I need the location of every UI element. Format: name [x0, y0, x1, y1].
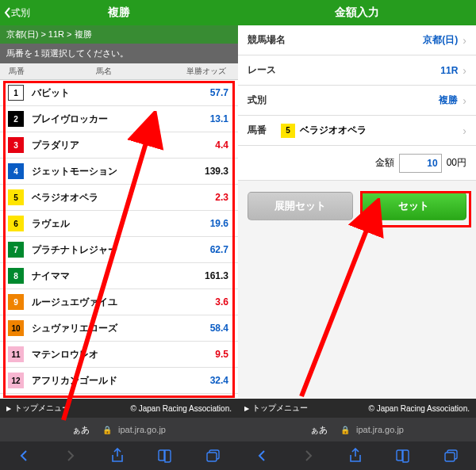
horse-label: 馬番 — [248, 124, 267, 137]
table-header: 馬番 馬名 単勝オッズ — [0, 63, 238, 80]
summary-key: レース — [248, 63, 276, 77]
horse-row[interactable]: 2ブレイヴロッカー13.1 — [0, 106, 238, 132]
chevron-right-icon: › — [463, 94, 466, 107]
tabs-button[interactable] — [205, 449, 221, 463]
horse-name: マテンロウレオ — [32, 348, 182, 361]
col-odds: 単勝オッズ — [175, 66, 238, 77]
safari-toolbar-left — [0, 441, 238, 470]
summary-value: 京都(日) — [286, 33, 458, 47]
horse-name: プラダリア — [32, 139, 182, 152]
horse-odds: 4.4 — [182, 139, 238, 151]
horse-odds: 62.7 — [182, 244, 238, 255]
breadcrumb: 京都(日) > 11R > 複勝 — [0, 25, 238, 44]
page-title-left: 複勝 — [0, 6, 238, 20]
share-button[interactable] — [110, 448, 125, 464]
footer-menu-button[interactable]: ▶トップメニュー — [6, 403, 70, 414]
horse-name: アフリカンゴールド — [32, 374, 182, 388]
horse-list: 1バビット57.72ブレイヴロッカー13.13プラダリア4.44ジェットモーショ… — [0, 80, 238, 399]
share-button[interactable] — [348, 448, 363, 464]
left-pane: 式別 複勝 京都(日) > 11R > 複勝 馬番を１頭選択してください。 馬番… — [0, 0, 238, 470]
horse-number: 11 — [8, 346, 24, 362]
horse-row[interactable]: 6ラヴェル19.6 — [0, 211, 238, 237]
footer-bar-left: ▶トップメニュー © Japan Racing Association. — [0, 399, 238, 418]
horse-odds: 139.3 — [182, 166, 238, 177]
horse-row[interactable]: 12アフリカンゴールド32.4 — [0, 368, 238, 394]
horse-odds: 9.5 — [182, 349, 238, 360]
horse-odds: 57.7 — [182, 87, 238, 98]
footer-menu-button[interactable]: ▶トップメニュー — [244, 403, 308, 414]
nav-forward-button — [63, 449, 78, 463]
amount-row: 金額 00円 — [238, 146, 476, 181]
horse-odds: 13.1 — [182, 113, 238, 124]
summary-row[interactable]: レース11R› — [238, 55, 476, 86]
topbar-right: 金額入力 — [238, 0, 476, 25]
nav-forward-button — [301, 449, 316, 463]
horse-odds: 2.3 — [182, 192, 238, 203]
horse-name: ジェットモーション — [32, 165, 182, 178]
horse-number: 3 — [8, 137, 24, 153]
horse-number: 6 — [8, 216, 24, 231]
summary-key: 式別 — [248, 94, 267, 107]
horse-row[interactable]: 5ベラジオオペラ2.3 — [0, 185, 238, 211]
horse-row[interactable]: 馬番 5 ベラジオオペラ › — [238, 116, 476, 146]
url-bar-right[interactable]: ぁあ 🔒 ipat.jra.go.jp — [238, 418, 476, 441]
horse-row[interactable]: 1バビット57.7 — [0, 80, 238, 106]
topbar-left: 式別 複勝 — [0, 0, 238, 25]
horse-name: ルージュエヴァイユ — [32, 296, 182, 309]
text-size-button[interactable]: ぁあ — [310, 424, 328, 436]
instruction: 馬番を１頭選択してください。 — [0, 44, 238, 63]
nav-back-button[interactable] — [255, 449, 269, 463]
right-pane: 金額入力 競馬場名京都(日)›レース11R›式別複勝› 馬番 5 ベラジオオペラ… — [238, 0, 476, 470]
copyright: © Japan Racing Association. — [369, 404, 470, 413]
bookmarks-button[interactable] — [157, 449, 173, 463]
safari-toolbar-right — [238, 441, 476, 470]
horse-number: 4 — [8, 163, 24, 179]
chevron-right-icon: › — [463, 124, 466, 137]
horse-row[interactable]: 11マテンロウレオ9.5 — [0, 342, 238, 368]
copyright: © Japan Racing Association. — [131, 404, 232, 413]
horse-row[interactable]: 10シュヴァリエローズ58.4 — [0, 315, 238, 342]
horse-name: プラチナトレジャー — [32, 243, 182, 257]
col-num: 馬番 — [0, 66, 33, 77]
horse-name: ラヴェル — [32, 217, 182, 231]
col-name: 馬名 — [33, 66, 175, 77]
horse-odds: 32.4 — [182, 375, 238, 386]
horse-number: 12 — [8, 373, 24, 388]
bookmarks-button[interactable] — [395, 449, 411, 463]
horse-number: 7 — [8, 242, 24, 258]
horse-row[interactable]: 3プラダリア4.4 — [0, 132, 238, 159]
nav-back-button[interactable] — [17, 449, 31, 463]
horse-number-tag: 5 — [281, 124, 295, 138]
back-button[interactable]: 式別 — [3, 6, 30, 20]
horse-row[interactable]: 4ジェットモーション139.3 — [0, 159, 238, 185]
set-button[interactable]: セット — [361, 192, 466, 220]
url-text: ipat.jra.go.jp — [356, 425, 404, 434]
horse-number: 2 — [8, 111, 24, 127]
chevron-right-icon: › — [463, 34, 466, 47]
tabs-button[interactable] — [443, 449, 459, 463]
horse-name: ベラジオオペラ — [300, 124, 367, 137]
url-bar-left[interactable]: ぁあ 🔒 ipat.jra.go.jp — [0, 418, 238, 441]
horse-row[interactable]: 9ルージュエヴァイユ3.6 — [0, 289, 238, 315]
summary-row[interactable]: 競馬場名京都(日)› — [238, 25, 476, 55]
amount-label: 金額 — [375, 156, 394, 170]
horse-odds: 19.6 — [182, 218, 238, 229]
horse-name: シュヴァリエローズ — [32, 322, 182, 335]
button-row: 展開セット セット — [238, 181, 476, 399]
summary-row[interactable]: 式別複勝› — [238, 86, 476, 116]
back-label: 式別 — [11, 6, 30, 20]
chevron-right-icon: › — [463, 64, 466, 77]
text-size-button[interactable]: ぁあ — [72, 424, 90, 436]
horse-number: 5 — [8, 189, 24, 205]
summary-value: 11R — [276, 65, 458, 76]
url-text: ipat.jra.go.jp — [118, 425, 166, 434]
expand-set-button[interactable]: 展開セット — [248, 192, 353, 220]
footer-bar-right: ▶トップメニュー © Japan Racing Association. — [238, 399, 476, 418]
horse-number: 9 — [8, 294, 24, 310]
horse-row[interactable]: 7プラチナトレジャー62.7 — [0, 237, 238, 263]
horse-odds: 58.4 — [182, 323, 238, 334]
summary-key: 競馬場名 — [248, 33, 286, 47]
amount-input[interactable] — [399, 154, 442, 173]
horse-row[interactable]: 8ナイママ161.3 — [0, 263, 238, 289]
summary-value: 複勝 — [267, 94, 458, 107]
